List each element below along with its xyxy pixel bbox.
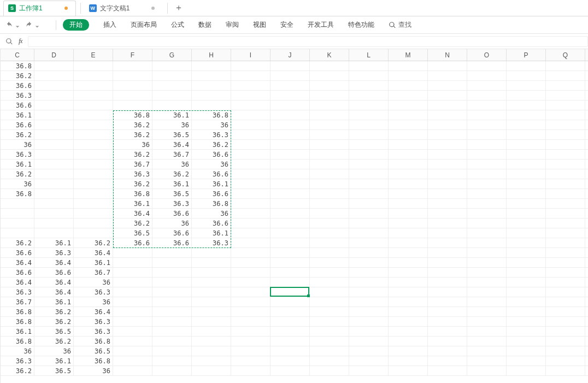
cell[interactable]: [467, 366, 507, 376]
cell[interactable]: [507, 61, 546, 71]
cell[interactable]: [113, 258, 152, 268]
cell[interactable]: [546, 278, 585, 287]
cell[interactable]: [546, 297, 585, 307]
cell[interactable]: 36.8: [192, 110, 231, 120]
cell[interactable]: [389, 337, 428, 346]
cell[interactable]: [389, 248, 428, 258]
cell[interactable]: 36: [192, 160, 231, 169]
cell[interactable]: [507, 258, 546, 268]
table-row[interactable]: 36.136.336.8: [1, 199, 588, 209]
cell[interactable]: [1, 199, 34, 209]
cell[interactable]: [271, 140, 310, 150]
cell[interactable]: [546, 169, 585, 179]
cell[interactable]: [231, 307, 271, 317]
cell[interactable]: [428, 110, 467, 120]
table-row[interactable]: 36.636.336.4: [1, 248, 588, 258]
cell[interactable]: [310, 346, 349, 356]
cell[interactable]: [349, 101, 389, 110]
cell[interactable]: [192, 327, 231, 337]
cell[interactable]: [74, 71, 113, 81]
cell[interactable]: [231, 346, 271, 356]
cell[interactable]: 36.2: [152, 169, 192, 179]
cell[interactable]: 36.8: [74, 337, 113, 346]
cell[interactable]: 36.7: [152, 150, 192, 160]
spreadsheet-grid[interactable]: CDEFGHIJKLMNOPQ 36.836.236.636.336.636.1…: [0, 49, 588, 383]
cell[interactable]: [113, 307, 152, 317]
cell[interactable]: [349, 71, 389, 81]
cell[interactable]: 36.1: [34, 238, 74, 248]
cell[interactable]: [192, 346, 231, 356]
ribbon-tab-start[interactable]: 开始: [63, 19, 89, 31]
cell[interactable]: [310, 287, 349, 297]
cell[interactable]: 36.2: [1, 366, 34, 376]
cell[interactable]: [428, 150, 467, 160]
cell[interactable]: [428, 356, 467, 366]
cell[interactable]: [231, 199, 271, 209]
cell[interactable]: [74, 110, 113, 120]
cell[interactable]: 36.3: [1, 356, 34, 366]
cell[interactable]: [507, 189, 546, 199]
cell[interactable]: 36.2: [74, 238, 113, 248]
cell[interactable]: 36.2: [113, 120, 152, 130]
cell[interactable]: [389, 81, 428, 91]
cell[interactable]: [310, 150, 349, 160]
cell[interactable]: [389, 150, 428, 160]
cell[interactable]: [271, 228, 310, 238]
cell[interactable]: [349, 278, 389, 287]
cell[interactable]: [389, 346, 428, 356]
cell[interactable]: [467, 91, 507, 101]
cell[interactable]: [546, 219, 585, 228]
cell[interactable]: 36.2: [1, 238, 34, 248]
cell[interactable]: [389, 120, 428, 130]
cell[interactable]: [231, 268, 271, 278]
cell[interactable]: [152, 317, 192, 327]
cell[interactable]: [349, 327, 389, 337]
table-row[interactable]: 36.736.136: [1, 297, 588, 307]
cell[interactable]: [74, 189, 113, 199]
cell[interactable]: [507, 209, 546, 219]
redo-button[interactable]: [25, 21, 33, 29]
cell[interactable]: [271, 61, 310, 71]
cell[interactable]: [349, 346, 389, 356]
cell[interactable]: [152, 101, 192, 110]
table-row[interactable]: 36.436.636: [1, 209, 588, 219]
cell[interactable]: 36.1: [1, 327, 34, 337]
cell[interactable]: [428, 140, 467, 150]
cell[interactable]: [467, 71, 507, 81]
cell[interactable]: [231, 278, 271, 287]
cell[interactable]: [74, 61, 113, 71]
cell[interactable]: [34, 209, 74, 219]
cell[interactable]: [192, 278, 231, 287]
cell[interactable]: 36.4: [34, 258, 74, 268]
cell[interactable]: [389, 71, 428, 81]
cell[interactable]: [349, 120, 389, 130]
cell[interactable]: [231, 91, 271, 101]
cell[interactable]: [467, 101, 507, 110]
ribbon-tab-review[interactable]: 审阅: [226, 20, 239, 30]
ribbon-tab-special[interactable]: 特色功能: [348, 20, 374, 30]
cell[interactable]: [1, 228, 34, 238]
column-header[interactable]: L: [349, 49, 389, 61]
cell[interactable]: 36: [1, 346, 34, 356]
cell[interactable]: [113, 297, 152, 307]
cell[interactable]: 36.3: [152, 199, 192, 209]
cell[interactable]: [152, 297, 192, 307]
table-row[interactable]: 363636.436.2: [1, 140, 588, 150]
cell[interactable]: [113, 346, 152, 356]
cell[interactable]: 36.1: [152, 179, 192, 189]
cell[interactable]: [467, 189, 507, 199]
cell[interactable]: [546, 209, 585, 219]
cell[interactable]: [428, 209, 467, 219]
cell[interactable]: [467, 81, 507, 91]
cell[interactable]: 36.4: [34, 287, 74, 297]
cell[interactable]: [507, 356, 546, 366]
table-row[interactable]: 36.136.836.136.8: [1, 110, 588, 120]
cell[interactable]: [271, 356, 310, 366]
cell[interactable]: [349, 130, 389, 140]
cell[interactable]: 36.7: [113, 160, 152, 169]
cell[interactable]: 36: [152, 219, 192, 228]
cell[interactable]: [389, 199, 428, 209]
cell[interactable]: 36.2: [34, 337, 74, 346]
cell[interactable]: [546, 61, 585, 71]
cell[interactable]: [467, 327, 507, 337]
